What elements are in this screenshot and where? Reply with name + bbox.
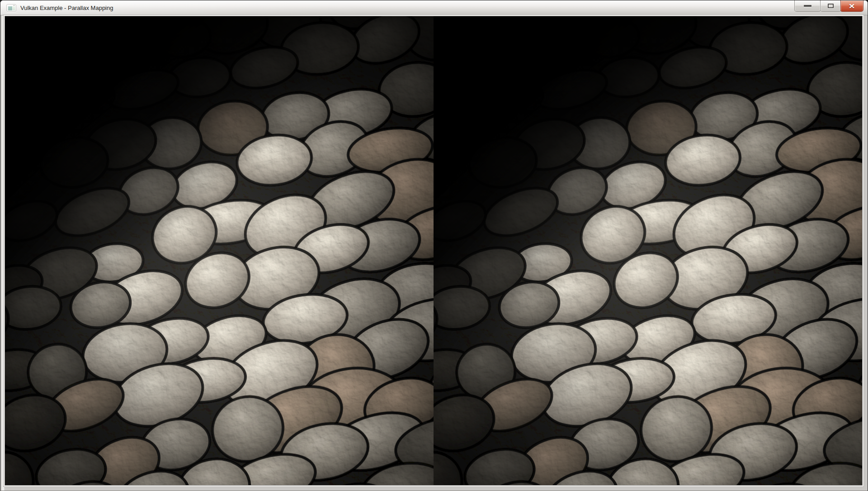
restore-button[interactable] — [821, 0, 841, 12]
close-icon: ✕ — [849, 3, 855, 10]
minimize-button[interactable] — [794, 0, 821, 12]
restore-icon — [828, 4, 834, 8]
window-frame — [0, 15, 868, 491]
close-button[interactable]: ✕ — [840, 0, 863, 12]
app-icon — [6, 4, 16, 12]
render-area — [5, 16, 862, 485]
minimize-icon — [804, 5, 811, 7]
app-icon-detail — [8, 6, 12, 10]
window-title: Vulkan Example - Parallax Mapping — [20, 5, 113, 11]
app-icon-detail — [13, 5, 15, 6]
viewport-left[interactable] — [5, 16, 434, 485]
window-controls: ✕ — [794, 0, 863, 12]
viewport-right[interactable] — [434, 16, 862, 485]
app-icon-detail — [13, 6, 15, 10]
app-window: Vulkan Example - Parallax Mapping ✕ — [0, 0, 868, 491]
render-canvas-left — [5, 16, 434, 485]
render-canvas-right — [434, 16, 862, 485]
titlebar[interactable]: Vulkan Example - Parallax Mapping ✕ — [0, 0, 868, 15]
